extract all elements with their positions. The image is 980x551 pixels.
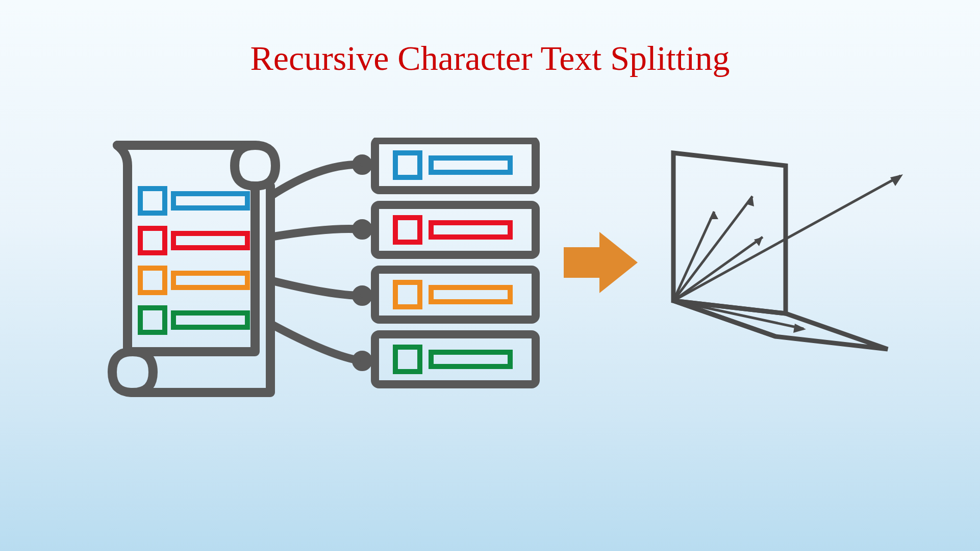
source-row-blue <box>140 189 247 213</box>
connector-orange-dot <box>356 290 368 302</box>
chunk-green-square-icon <box>395 347 420 372</box>
page-title: Recursive Character Text Splitting <box>0 38 980 78</box>
vector-4-head <box>890 174 903 186</box>
chunks <box>375 140 536 384</box>
chunk-green-bar-icon <box>431 352 510 366</box>
chunk-red-bar-icon <box>431 223 510 237</box>
chunk-green <box>375 334 536 384</box>
main-diagram <box>0 138 980 443</box>
source-row-orange <box>140 268 247 293</box>
red-bar-icon <box>173 233 247 248</box>
source-row-red <box>140 228 247 253</box>
connector-red <box>270 229 362 237</box>
orange-bar-icon <box>173 273 247 287</box>
connector-blue <box>270 165 362 196</box>
diagram-container <box>0 138 980 443</box>
green-square-icon <box>140 308 165 332</box>
orange-square-icon <box>140 268 165 293</box>
vector-1-head <box>709 212 718 219</box>
connector-orange <box>270 280 362 296</box>
red-square-icon <box>140 228 165 253</box>
vector-space <box>673 153 903 349</box>
blue-bar-icon <box>173 194 247 208</box>
source-document <box>112 145 275 392</box>
scroll-left-side-icon <box>117 145 128 352</box>
chunk-blue-bar-icon <box>431 158 510 172</box>
connectors <box>270 159 368 367</box>
vector-5-head <box>793 324 806 333</box>
connector-green-dot <box>356 355 368 367</box>
connector-red-dot <box>356 223 368 235</box>
connector-green <box>270 324 362 361</box>
source-row-green <box>140 308 247 332</box>
blue-square-icon <box>140 189 165 213</box>
scroll-bottom-curl-icon <box>133 352 153 392</box>
vectors <box>673 174 903 333</box>
chunk-orange <box>375 270 536 320</box>
chunk-red-square-icon <box>395 218 420 242</box>
scroll-top-curl-icon <box>235 145 255 186</box>
chunk-blue-square-icon <box>395 153 420 177</box>
chunk-red <box>375 205 536 255</box>
connector-blue-dot <box>356 159 368 171</box>
chunk-blue <box>375 140 536 190</box>
chunk-orange-bar-icon <box>431 287 510 302</box>
green-bar-icon <box>173 313 247 327</box>
chunk-orange-square-icon <box>395 282 420 307</box>
arrow-icon <box>564 232 638 293</box>
arrow-shape-icon <box>564 232 638 293</box>
